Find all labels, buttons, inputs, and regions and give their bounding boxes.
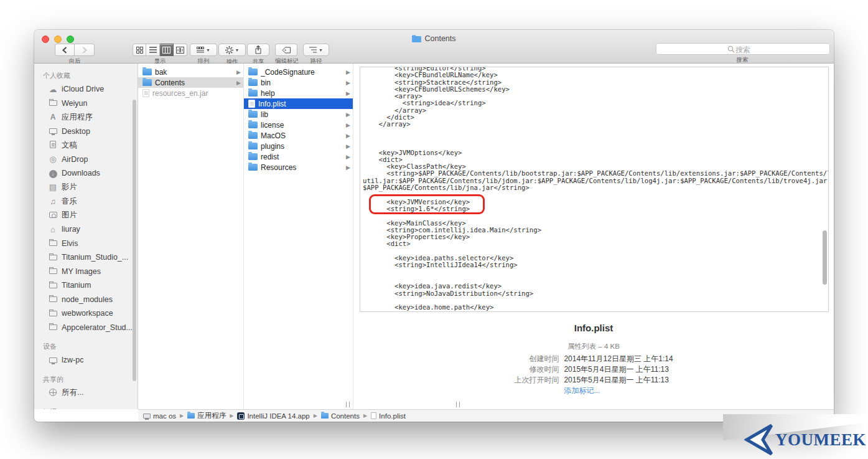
folder-icon	[248, 143, 258, 149]
plist-line: <key>CFBundleURLSchemes</key>	[363, 86, 826, 93]
chevron-right-icon: ▶	[346, 69, 350, 75]
forward-button[interactable]	[75, 44, 95, 56]
file-icon	[371, 412, 376, 419]
file-row-plugins[interactable]: plugins▶	[244, 141, 353, 151]
sidebar-item-label: Desktop	[62, 127, 90, 136]
path-item-info-plist[interactable]: Info.plist	[371, 412, 406, 420]
file-row-label: plugins	[261, 142, 343, 151]
file-kind: 属性列表 – 4 KB	[353, 342, 834, 351]
file-row-info-plist[interactable]: Info.plist	[244, 98, 353, 109]
sidebar-item-my-images[interactable]: MY Images	[34, 265, 138, 279]
path-item-label: 应用程序	[197, 411, 226, 420]
search-input[interactable]	[656, 45, 829, 54]
file-row-macos[interactable]: MacOS▶	[244, 130, 353, 141]
path-item-label: Contents	[331, 412, 360, 420]
file-row-label: help	[261, 89, 343, 98]
sidebar-item-item[interactable]: ♫音乐	[34, 194, 138, 209]
share-button[interactable]	[247, 44, 269, 56]
preview-scrollbar[interactable]	[823, 230, 827, 285]
edit-tags-button[interactable]	[275, 44, 297, 56]
column-resize-handle[interactable]	[456, 402, 460, 407]
plist-line	[363, 191, 826, 198]
sidebar-item-elvis[interactable]: Elvis	[34, 237, 138, 251]
list-view-button[interactable]	[146, 44, 160, 56]
path-item-mac-os[interactable]: mac os	[143, 412, 176, 420]
sidebar-item-item[interactable]: ▤影片	[34, 181, 138, 195]
file-icon	[248, 100, 255, 108]
column-resize-handle[interactable]	[346, 402, 350, 407]
chevron-right-icon: ▶	[346, 111, 350, 118]
plist-line: </array>	[363, 121, 826, 128]
sidebar-item-titanium-studio[interactable]: Titanium_Studio_...	[34, 250, 138, 265]
sidebar-item-label: liuray	[62, 225, 80, 234]
sidebar-item-item[interactable]: 文稿	[34, 138, 138, 153]
sidebar-scrollbar[interactable]	[133, 100, 136, 381]
chevron-right-icon: ▶	[236, 69, 241, 75]
path-item-label: mac os	[153, 412, 176, 420]
file-info-label: 上次打开时间	[514, 375, 564, 386]
file-row-resources-en-jar[interactable]: resources_en.jar	[138, 88, 243, 98]
chevron-right-icon: ▶	[346, 122, 350, 128]
path-item-intellij-idea-14-app[interactable]: IntelliJ IDEA 14.app	[237, 412, 309, 420]
column-view-button[interactable]	[160, 44, 174, 56]
file-row-label: Contents	[155, 78, 234, 87]
plist-line: <key>Properties</key>	[363, 234, 826, 240]
file-info-row: 添加标记...	[514, 386, 673, 396]
folder-icon	[248, 111, 258, 118]
file-info-label: 修改时间	[514, 364, 564, 375]
path-item-label: Info.plist	[379, 412, 406, 420]
path-button[interactable]: ▼	[303, 44, 329, 56]
file-row-lib[interactable]: lib▶	[244, 109, 353, 120]
globe-icon	[47, 389, 59, 397]
plist-line: <key>idea.java.redist</key>	[363, 283, 826, 290]
plist-line	[363, 135, 826, 142]
sidebar-item-liuray[interactable]: ⌂liuray	[34, 222, 138, 237]
sidebar-item-item[interactable]: 所有...	[34, 386, 138, 400]
path-item-contents[interactable]: Contents	[321, 412, 360, 420]
file-row-redist[interactable]: redist▶	[244, 151, 353, 162]
sidebar-item-label: node_modules	[62, 295, 113, 304]
sidebar-item-lzw-pc[interactable]: lzw-pc	[34, 353, 138, 367]
file-info-row: 上次打开时间2015年5月4日星期一 上午11:13	[514, 375, 673, 386]
sidebar-item-node-modules[interactable]: node_modules	[34, 293, 138, 307]
sidebar-item-airdrop[interactable]: ◎AirDrop	[34, 153, 138, 167]
sidebar-item-desktop[interactable]: Desktop	[34, 125, 138, 139]
arrange-button[interactable]: ▼	[190, 44, 217, 56]
chevron-right-icon: ▶	[363, 413, 367, 419]
sidebar-item-appcelerator-stud[interactable]: Appcelerator_Stud...	[34, 321, 138, 335]
sidebar-item-titanium[interactable]: Titanium	[34, 278, 138, 293]
youmeek-watermark: YOUMEEK	[735, 422, 866, 456]
search-group: 搜索	[656, 44, 829, 64]
file-row-bin[interactable]: bin▶	[244, 77, 353, 88]
sidebar-section-title: 设备	[34, 338, 138, 353]
back-button[interactable]	[55, 44, 75, 56]
add-tags-link[interactable]: 添加标记...	[564, 386, 600, 395]
column-browser: bak▶Contents▶resources_en.jar _CodeSigna…	[138, 64, 834, 409]
path-item-item[interactable]: 应用程序	[187, 411, 226, 420]
file-row-codesignature[interactable]: _CodeSignature▶	[244, 67, 353, 77]
file-row-bak[interactable]: bak▶	[138, 67, 243, 77]
file-row-label: MacOS	[261, 131, 343, 140]
plist-line	[363, 212, 826, 219]
file-row-license[interactable]: license▶	[244, 120, 353, 130]
sidebar-item-item[interactable]: A应用程序	[34, 110, 138, 125]
plist-line	[363, 269, 826, 276]
file-row-resources[interactable]: Resources▶	[244, 162, 353, 173]
sidebar-section-title: 标记	[34, 404, 138, 409]
file-row-help[interactable]: help▶	[244, 88, 353, 98]
search-field[interactable]	[656, 43, 830, 55]
sidebar-item-downloads[interactable]: ↓Downloads	[34, 166, 138, 181]
icon-view-button[interactable]	[133, 44, 146, 56]
path-group: ▼ 路径	[303, 44, 329, 65]
sidebar-item-icloud-drive[interactable]: ☁iCloud Drive	[34, 82, 138, 97]
sidebar-item-label: 图片	[62, 210, 77, 220]
action-button[interactable]: ▼	[218, 44, 246, 56]
sidebar-item-label: MY Images	[62, 267, 101, 276]
sidebar-item-item[interactable]: 图片	[34, 209, 138, 223]
sidebar-item-webworkspace[interactable]: webworkspace	[34, 306, 138, 321]
coverflow-view-button[interactable]	[174, 44, 187, 56]
photos-icon	[47, 211, 59, 219]
sidebar-item-weiyun[interactable]: Weiyun	[34, 97, 138, 111]
folder-icon	[187, 413, 195, 419]
file-row-contents[interactable]: Contents▶	[138, 77, 243, 88]
